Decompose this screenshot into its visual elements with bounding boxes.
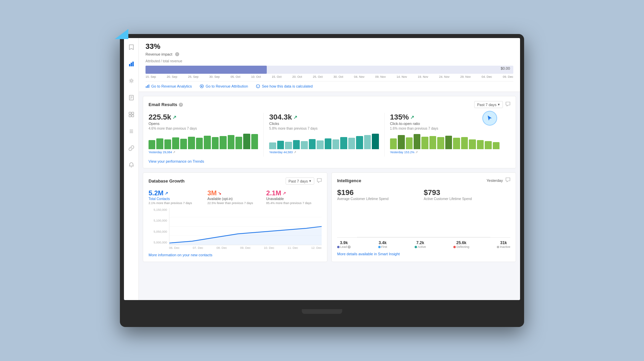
y-label-2: 5,100,000 <box>154 219 167 222</box>
svg-rect-16 <box>146 86 147 88</box>
active-lifetime-value: $793 <box>424 188 510 197</box>
bar <box>332 139 339 149</box>
svg-point-20 <box>201 86 202 87</box>
intelligence-header: Intelligence Yesterday <box>337 177 510 184</box>
db-chart-y-labels: 5,150,000 5,100,000 5,050,000 5,000,000 <box>149 208 167 250</box>
revenue-info-icon[interactable]: ? <box>175 52 179 56</box>
intelligence-time: Yesterday <box>486 178 503 183</box>
bar <box>453 138 460 149</box>
inactive-value: 31k <box>497 240 510 245</box>
sidebar-icon-dashboard[interactable] <box>126 109 136 120</box>
opens-label: Opens <box>149 122 258 126</box>
intelligence-comment-icon[interactable] <box>506 177 510 184</box>
sidebar-icon-list[interactable] <box>126 126 136 136</box>
bar <box>293 140 300 150</box>
view-performance-link[interactable]: View your performance on Trends <box>149 157 510 163</box>
bar <box>469 139 476 149</box>
cto-sub: 1.6% more than previous 7 days <box>390 127 500 130</box>
inactive-label: Inactive <box>497 245 510 249</box>
timeline-nov29: 29. Nov <box>460 75 471 78</box>
bar <box>188 137 195 150</box>
db-growth-header: Database Growth Past 7 days ▾ <box>149 177 322 185</box>
revenue-header: 33% <box>146 42 513 51</box>
timeline-nov24: 24. Nov <box>439 75 449 78</box>
db-chart-x-labels: 06. Dec 07. Dec 08. Dec 09. Dec 10. Dec … <box>169 246 322 250</box>
timeline-dec04: 04. Dec <box>482 75 492 78</box>
defecting-dot <box>453 246 456 248</box>
x-label-2: 07. Dec <box>193 246 203 250</box>
sidebar-icon-notification[interactable] <box>126 160 136 170</box>
inactive-dot <box>497 246 499 248</box>
bar <box>251 134 258 149</box>
x-label-6: 11. Dec <box>288 246 298 250</box>
bar <box>317 140 323 149</box>
available-sub: 22.5% fewer than previous 7 days <box>207 201 263 205</box>
db-more-info-link[interactable]: More information on your new contacts <box>149 253 322 257</box>
clicks-sub: 5.8% more than previous 7 days <box>269 127 379 130</box>
bar <box>180 139 187 149</box>
chevron-down-icon: ▾ <box>309 179 311 183</box>
revenue-label: Revenue impact <box>146 52 172 56</box>
bar <box>348 138 355 149</box>
y-label-1: 5,150,000 <box>154 208 167 211</box>
how-calculated-link[interactable]: i See how this data is calculated <box>256 84 313 88</box>
bar <box>414 134 420 149</box>
lead-info-icon[interactable]: ? <box>348 245 351 249</box>
intelligence-main-metrics: $196 Average Customer Lifetime Spend $79… <box>337 188 510 201</box>
first-metric: 3.4k First <box>378 240 387 249</box>
bar <box>398 135 405 150</box>
timeline-sep20: 20. Sep <box>167 75 177 78</box>
bar <box>390 138 397 150</box>
bar <box>196 138 203 149</box>
avg-lifetime-value: $196 <box>337 188 424 197</box>
email-time-selector[interactable]: Past 7 days ▾ <box>474 101 503 108</box>
intelligence-chart-placeholder <box>337 204 510 238</box>
svg-rect-11 <box>129 115 131 117</box>
bar <box>220 136 226 149</box>
timeline-oct25: 25. Oct <box>313 75 323 78</box>
lead-label: Lead ? <box>337 245 351 249</box>
active-lifetime-spend-metric: $793 Active Customer Lifetime Spend <box>424 188 510 201</box>
sidebar-icon-chart[interactable] <box>126 59 136 69</box>
sidebar-icon-settings[interactable] <box>126 76 136 86</box>
db-time-selector[interactable]: Past 7 days ▾ <box>286 177 314 185</box>
available-label: Available (opt-in) <box>207 197 263 201</box>
revenue-sublabel: Attributed / total revenue <box>146 59 182 63</box>
chevron-down-icon: ▾ <box>498 102 500 107</box>
sidebar <box>124 38 139 300</box>
avg-lifetime-spend-metric: $196 Average Customer Lifetime Spend <box>337 188 424 201</box>
email-results-info-icon[interactable]: ? <box>179 103 183 107</box>
first-dot <box>378 246 381 248</box>
email-results-card: Email Results ? Past 7 days ▾ <box>143 96 516 168</box>
db-line-chart <box>169 208 322 245</box>
active-label: Active <box>415 245 426 249</box>
clicks-trend-icon: ↗ <box>293 114 297 120</box>
bar <box>406 137 413 149</box>
timeline-nov09: 09. Nov <box>375 75 386 78</box>
revenue-percentage: 33% <box>146 42 160 51</box>
timeline-oct20: 20. Oct <box>292 75 302 78</box>
unavailable-trend-icon: ↗ <box>283 191 286 196</box>
email-comment-icon[interactable] <box>506 102 510 108</box>
svg-rect-2 <box>131 63 132 66</box>
bar <box>309 139 316 149</box>
timeline-oct10: 10. Oct <box>251 75 261 78</box>
opens-metric: 225.5k ↗ Opens 4.6% more than previous 7… <box>149 113 264 157</box>
bar <box>340 137 347 149</box>
sidebar-icon-bookmark[interactable] <box>126 42 136 52</box>
sidebar-icon-link[interactable] <box>126 143 136 153</box>
intelligence-title: Intelligence <box>337 178 361 183</box>
clicks-value: 304.3k ↗ <box>269 113 379 122</box>
bar <box>277 141 284 149</box>
sidebar-icon-report[interactable] <box>126 93 136 103</box>
db-comment-icon[interactable] <box>317 178 322 184</box>
cto-trend-icon: ↗ <box>410 114 414 120</box>
active-dot <box>415 246 417 248</box>
clicks-bar-chart <box>269 132 379 149</box>
intelligence-more-info-link[interactable]: More details available in Smart Insight <box>337 252 510 256</box>
defecting-label: Defecting <box>453 245 469 249</box>
bar <box>243 134 250 149</box>
defecting-metric: 25.6k Defecting <box>453 240 469 249</box>
go-to-revenue-attribution-link[interactable]: Go to Revenue Attribution <box>200 84 248 88</box>
go-to-revenue-analytics-link[interactable]: Go to Revenue Analytics <box>146 84 192 88</box>
